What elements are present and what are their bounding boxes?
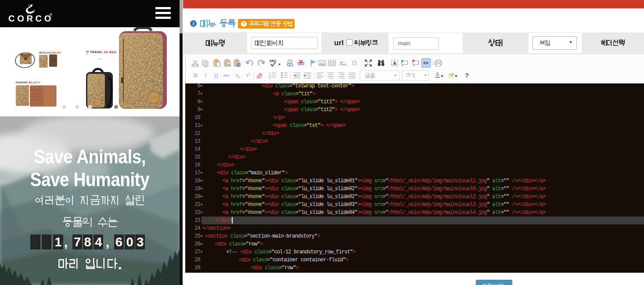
svg-text:ABC: ABC	[269, 59, 277, 63]
svg-text:A: A	[435, 72, 439, 77]
svg-text:?: ?	[464, 72, 468, 79]
svg-text:W: W	[237, 64, 240, 66]
svg-text:<>: <>	[423, 61, 428, 65]
svg-text:U: U	[214, 72, 218, 79]
svg-text:B: B	[193, 72, 197, 79]
svg-text:2: 2	[248, 72, 250, 75]
svg-text:A: A	[227, 63, 230, 66]
svg-text:A: A	[340, 61, 342, 65]
svg-text:I: I	[205, 72, 206, 79]
svg-text:3: 3	[269, 76, 270, 79]
svg-text:2: 2	[238, 76, 240, 79]
svg-text:Ω: Ω	[352, 59, 356, 66]
svg-text:A: A	[393, 61, 396, 66]
